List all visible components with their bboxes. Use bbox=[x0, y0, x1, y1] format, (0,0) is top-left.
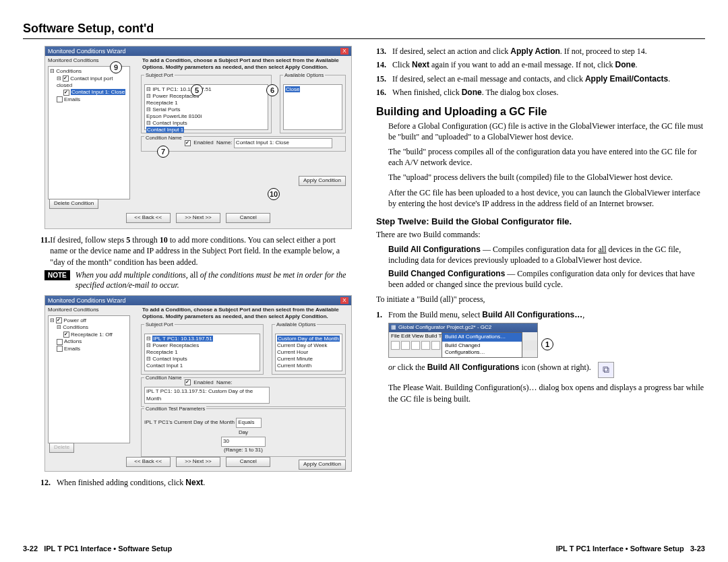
step-num-14: 14. bbox=[376, 59, 392, 70]
para-intro: Before a Global Configuration (GC) file … bbox=[388, 121, 705, 142]
apply-condition-button[interactable]: Apply Condition bbox=[299, 176, 346, 186]
def-build-changed: Build Changed Configurations — Compiles … bbox=[388, 268, 705, 290]
enabled-checkbox[interactable]: Enabled bbox=[193, 379, 213, 385]
cancel-button[interactable]: Cancel bbox=[226, 213, 270, 223]
apply-condition-button[interactable]: Apply Condition bbox=[299, 460, 346, 470]
heading-building: Building and Uploading a GC File bbox=[376, 104, 705, 119]
step-11-text: If desired, follow steps 5 through 10 to… bbox=[50, 235, 352, 268]
cancel-button[interactable]: Cancel bbox=[226, 457, 270, 467]
conditions-tree[interactable]: ⊟ Power off ⊟ Conditions Receptacle 1: O… bbox=[48, 315, 130, 443]
note-text: When you add multiple conditions, all of… bbox=[75, 270, 352, 291]
range-hint: (Range: 1 to 31) bbox=[224, 447, 263, 453]
page-number-right: 3-23 bbox=[690, 544, 705, 553]
callout-1: 1 bbox=[541, 338, 553, 350]
initiate-build: To initiate a "Build (all)" process, bbox=[376, 294, 705, 305]
subject-port-list[interactable]: ⊟ IPL T PC1: 10.13.197.51 ⊟ Power Recept… bbox=[144, 334, 260, 371]
close-icon[interactable]: X bbox=[340, 297, 348, 304]
available-options-list[interactable]: Custom Day of the Month Current Day of W… bbox=[275, 334, 342, 371]
back-button[interactable]: << Back << bbox=[126, 213, 171, 223]
toolbar-icon[interactable] bbox=[391, 341, 400, 350]
heading-step-twelve: Step Twelve: Build the Global Configurat… bbox=[376, 216, 705, 228]
step-16: When finished, click Done. The dialog bo… bbox=[392, 87, 558, 98]
panel-label: Monitored Conditions bbox=[45, 305, 133, 314]
def-build-all: Build All Configurations — Compiles conf… bbox=[388, 244, 705, 266]
window-title: Monitored Conditions Wizard bbox=[48, 296, 126, 305]
subject-port-list[interactable]: ⊟ IPL T PC1: 10.13.197.51 ⊟ Power Recept… bbox=[144, 84, 268, 130]
test-field-label: IPL T PC1's Current Day of the Month bbox=[144, 419, 235, 425]
page-footer: 3-22 IPL T PC1 Interface • Software Setu… bbox=[23, 540, 705, 554]
subject-port-label: Subject Port bbox=[144, 321, 175, 327]
condition-name-label: Condition Name bbox=[144, 375, 183, 381]
or-click-icon: or click the Build All Configurations ic… bbox=[388, 362, 705, 378]
toolbar-icon[interactable] bbox=[421, 341, 430, 350]
page-number-left: 3-22 bbox=[23, 544, 38, 553]
wizard-screenshot-2: Monitored Conditions Wizard X Monitored … bbox=[44, 295, 352, 472]
build-all-icon: ⧉ bbox=[598, 362, 614, 378]
condition-name-label: Condition Name bbox=[144, 135, 183, 141]
equals-field[interactable]: Equals bbox=[236, 418, 262, 428]
build-menu-dropdown[interactable]: Build All Configurations… Build Changed … bbox=[442, 332, 522, 358]
name-input[interactable]: IPL T PC1: 10.13.197.51: Custom Day of t… bbox=[144, 387, 270, 404]
close-icon[interactable]: X bbox=[340, 48, 348, 55]
step-13: If desired, select an action and click A… bbox=[392, 46, 647, 57]
tree-item: Emails bbox=[64, 96, 80, 102]
window-title: Monitored Conditions Wizard bbox=[48, 47, 126, 55]
step-num-12: 12. bbox=[40, 477, 57, 488]
enabled-checkbox[interactable]: Enabled bbox=[193, 139, 213, 146]
toolbar-icon[interactable] bbox=[401, 341, 410, 350]
tree-root: Conditions bbox=[56, 68, 82, 74]
gc-project-screenshot: ▦Global Configurator Project.gc2* - GC2 … bbox=[388, 323, 538, 358]
delete-button: Delete bbox=[49, 443, 74, 453]
step-num-1: 1. bbox=[376, 309, 388, 320]
day-label: Day bbox=[239, 429, 248, 435]
step-num-13: 13. bbox=[376, 46, 392, 57]
available-options-list[interactable]: Close bbox=[283, 84, 342, 130]
name-input[interactable]: Contact Input 1: Close bbox=[234, 138, 332, 148]
footer-text-right: IPL T PC1 Interface • Software Setup bbox=[556, 544, 684, 553]
footer-text-left: IPL T PC1 Interface • Software Setup bbox=[44, 544, 172, 553]
gc-window-title: Global Configurator Project.gc2* - GC2 bbox=[398, 324, 491, 332]
left-column: Monitored Conditions Wizard X Monitored … bbox=[23, 46, 352, 540]
para-upload: The "upload" process delivers the built … bbox=[388, 172, 705, 183]
delete-condition-button[interactable]: Delete Condition bbox=[49, 199, 98, 209]
toolbar-icon[interactable] bbox=[431, 341, 440, 350]
step-1: From the Build menu, select Build All Co… bbox=[388, 309, 584, 320]
wizard-screenshot-1: Monitored Conditions Wizard X Monitored … bbox=[44, 46, 352, 229]
test-params-label: Condition Test Parameters bbox=[144, 406, 206, 412]
step-num-16: 16. bbox=[376, 87, 392, 98]
back-button[interactable]: << Back << bbox=[126, 457, 171, 467]
day-input[interactable]: 30 bbox=[221, 437, 266, 447]
instruction-text: To add a Condition, choose a Subject Por… bbox=[138, 305, 348, 323]
available-options-label: Available Options bbox=[283, 72, 325, 78]
step-num-15: 15. bbox=[376, 73, 392, 84]
step-12-text: When finished adding conditions, click N… bbox=[57, 477, 205, 488]
right-column: 13.If desired, select an action and clic… bbox=[376, 46, 705, 540]
gc-window-icon: ▦ bbox=[391, 324, 396, 332]
para-after: After the GC file has been uploaded to a… bbox=[388, 187, 705, 209]
please-wait-para: The Please Wait. Building Configuration(… bbox=[388, 382, 705, 404]
step-14: Click Next again if you want to add an e… bbox=[392, 59, 638, 70]
para-build: The "build" process compiles all of the … bbox=[388, 146, 705, 168]
next-button[interactable]: >> Next >> bbox=[176, 213, 220, 223]
subject-port-label: Subject Port bbox=[144, 72, 175, 78]
section-title: Software Setup, cont'd bbox=[23, 20, 705, 39]
tree-item-selected[interactable]: Contact Input 1: Close bbox=[71, 89, 125, 95]
note-tag: NOTE bbox=[44, 270, 70, 281]
name-label: Name: bbox=[216, 139, 233, 146]
name-label: Name: bbox=[216, 379, 233, 385]
build-commands-intro: There are two Build commands: bbox=[376, 229, 705, 240]
step-15: If desired, select an e-mail message and… bbox=[392, 73, 670, 84]
step-num-11: 11. bbox=[40, 235, 50, 268]
menu-build-changed[interactable]: Build Changed Configurations… bbox=[442, 342, 522, 358]
toolbar-icon[interactable] bbox=[411, 341, 420, 350]
instruction-text: To add a Condition, choose a Subject Por… bbox=[138, 56, 348, 73]
available-options-label: Available Options bbox=[275, 321, 317, 327]
menu-build-all[interactable]: Build All Configurations… bbox=[442, 333, 522, 342]
conditions-tree[interactable]: ⊟ Conditions ⊟ Contact input port closed… bbox=[48, 66, 130, 199]
next-button[interactable]: >> Next >> bbox=[176, 457, 220, 467]
